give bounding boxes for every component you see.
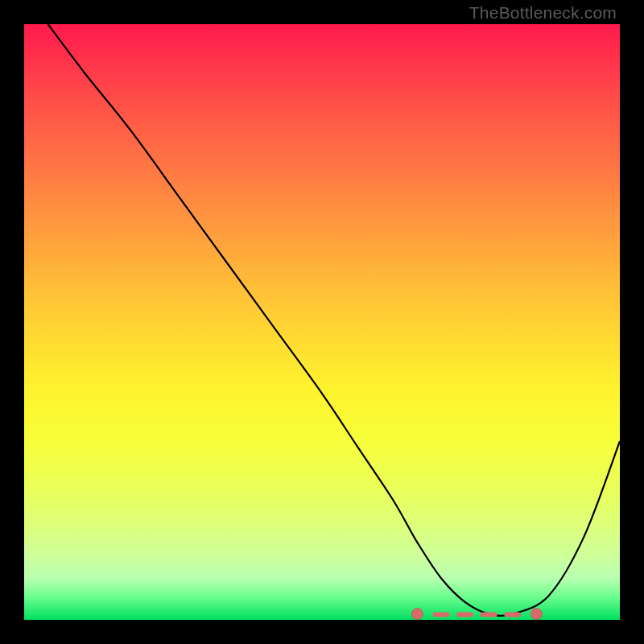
chart-svg <box>24 24 620 620</box>
watermark-text: TheBottleneck.com <box>469 3 617 23</box>
chart-frame: TheBottleneck.com <box>0 0 644 644</box>
bottleneck-curve <box>48 24 620 616</box>
marker-dot <box>411 609 423 620</box>
chart-plot-area <box>24 24 620 620</box>
marker-dot <box>530 609 542 620</box>
